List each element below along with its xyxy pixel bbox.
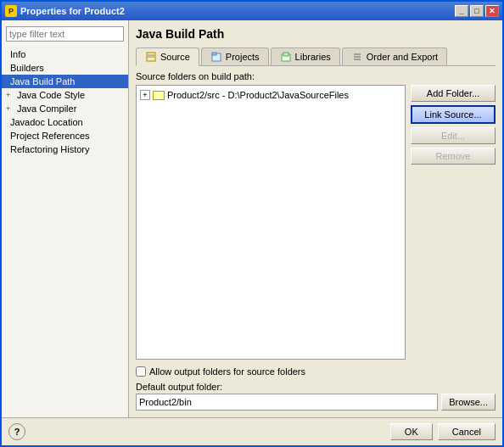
content-area: Source folders on build path: + Product2…: [136, 71, 496, 411]
maximize-button[interactable]: □: [470, 5, 484, 17]
filter-input[interactable]: [6, 26, 124, 42]
order-export-tab-label: Order and Export: [367, 52, 438, 62]
output-folder-row: Browse...: [136, 394, 496, 411]
tab-libraries[interactable]: Libraries: [271, 47, 340, 65]
sidebar: Info Builders Java Build Path + Java Cod…: [2, 20, 129, 417]
tree-item-label: Product2/src - D:\Product2\JavaSourceFil…: [167, 90, 349, 100]
add-folder-button[interactable]: Add Folder...: [411, 85, 496, 102]
sidebar-jcs-label: Java Code Style: [17, 90, 85, 100]
browse-button[interactable]: Browse...: [441, 394, 496, 411]
link-source-button[interactable]: Link Source...: [411, 105, 496, 124]
panel-title: Java Build Path: [136, 27, 496, 41]
right-panel: Java Build Path Source: [129, 20, 502, 417]
sidebar-item-java-compiler[interactable]: + Java Compiler: [2, 102, 128, 115]
section-label: Source folders on build path:: [136, 71, 496, 81]
source-tab-icon: [145, 51, 157, 63]
sidebar-jc-label: Java Compiler: [17, 103, 76, 114]
tree-expand-button[interactable]: +: [140, 90, 150, 100]
output-folder-input[interactable]: [136, 394, 438, 411]
output-folders-label: Allow output folders for source folders: [149, 366, 305, 377]
output-folders-checkbox[interactable]: [136, 366, 146, 377]
bottom-section: Allow output folders for source folders …: [136, 366, 496, 411]
cancel-button[interactable]: Cancel: [438, 423, 496, 440]
svg-rect-6: [283, 53, 288, 56]
sidebar-item-java-code-style[interactable]: + Java Code Style: [2, 88, 128, 102]
package-icon: [153, 91, 165, 100]
window-icon: P: [5, 5, 17, 17]
source-tab-label: Source: [160, 52, 190, 62]
svg-rect-4: [212, 53, 216, 55]
projects-tab-label: Projects: [226, 52, 260, 62]
remove-button[interactable]: Remove: [411, 148, 496, 165]
default-output-label: Default output folder:: [136, 382, 496, 392]
edit-button[interactable]: Edit...: [411, 127, 496, 144]
minimize-button[interactable]: _: [455, 5, 468, 17]
action-buttons: Add Folder... Link Source... Edit... Rem…: [411, 85, 496, 360]
main-content: Info Builders Java Build Path + Java Cod…: [2, 20, 502, 417]
sidebar-item-java-build-path[interactable]: Java Build Path: [2, 75, 128, 88]
libraries-tab-label: Libraries: [295, 52, 331, 62]
sidebar-item-builders[interactable]: Builders: [2, 61, 128, 75]
source-tree[interactable]: + Product2/src - D:\Product2\JavaSourceF…: [136, 85, 406, 360]
sidebar-item-info[interactable]: Info: [2, 47, 128, 61]
tree-item: + Product2/src - D:\Product2\JavaSourceF…: [140, 89, 401, 101]
sidebar-jl-label: Javadoc Location: [10, 117, 83, 127]
tab-projects[interactable]: Projects: [201, 47, 269, 65]
sidebar-item-refactoring-history[interactable]: Refactoring History: [2, 142, 128, 156]
filter-box: [2, 24, 128, 44]
window-controls: _ □ ✕: [455, 5, 499, 17]
properties-dialog: P Properties for Product2 _ □ ✕ Info Bui…: [0, 0, 504, 447]
help-button[interactable]: ?: [8, 423, 25, 440]
sidebar-item-javadoc-location[interactable]: Javadoc Location: [2, 115, 128, 129]
sidebar-jbp-label: Java Build Path: [10, 76, 75, 87]
sidebar-pr-label: Project References: [10, 131, 90, 141]
sidebar-builders-label: Builders: [10, 63, 44, 73]
sidebar-item-project-references[interactable]: Project References: [2, 129, 128, 142]
tabs-bar: Source Projects: [136, 47, 496, 66]
order-export-tab-icon: [351, 51, 363, 63]
libraries-tab-icon: [280, 51, 292, 63]
window-title: Properties for Product2: [20, 6, 455, 16]
compiler-expand-icon: +: [6, 104, 14, 113]
code-style-expand-icon: +: [6, 91, 14, 99]
titlebar: P Properties for Product2 _ □ ✕: [2, 2, 502, 20]
ok-button[interactable]: OK: [390, 423, 433, 440]
close-button[interactable]: ✕: [485, 5, 499, 17]
sidebar-info-label: Info: [10, 49, 25, 59]
output-folders-checkbox-row: Allow output folders for source folders: [136, 366, 496, 377]
tab-source[interactable]: Source: [136, 47, 199, 66]
footer: ? OK Cancel: [2, 417, 502, 445]
projects-tab-icon: [210, 51, 222, 63]
sidebar-rh-label: Refactoring History: [10, 144, 90, 154]
split-pane: + Product2/src - D:\Product2\JavaSourceF…: [136, 85, 496, 360]
tab-order-export[interactable]: Order and Export: [342, 47, 447, 65]
dialog-buttons: OK Cancel: [390, 423, 496, 440]
